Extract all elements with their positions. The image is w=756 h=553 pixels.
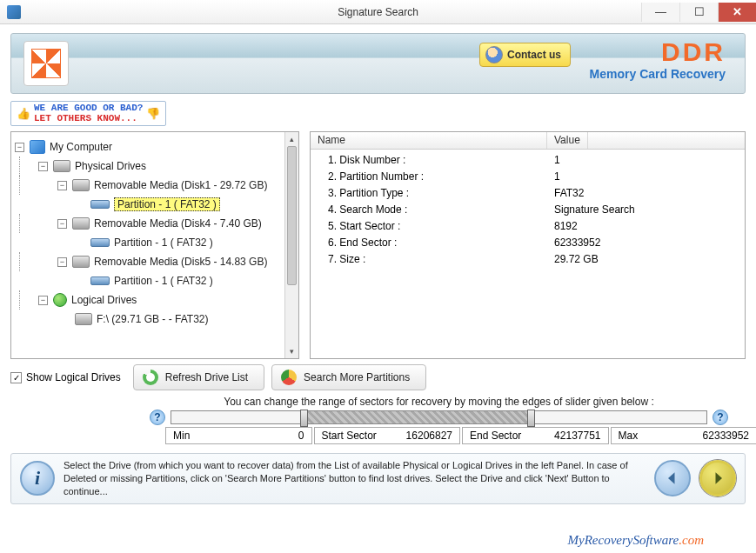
thumbs-up-icon: 👍 [17, 107, 30, 120]
partition-icon [90, 276, 110, 285]
back-button[interactable] [654, 460, 691, 496]
collapse-icon[interactable]: − [38, 296, 48, 305]
info-row: 5. Start Sector :8192 [311, 217, 745, 234]
drive-tree-panel: − My Computer − Physical Drives − Remova… [10, 131, 299, 359]
scroll-up-icon[interactable]: ▴ [285, 132, 298, 146]
tree-scrollbar[interactable]: ▴ ▾ [284, 132, 298, 358]
sector-end-box: End Sector 42137751 [462, 427, 609, 444]
info-row: 7. Size :29.72 GB [311, 250, 745, 267]
tree-node-physical-drives[interactable]: − Physical Drives [15, 157, 295, 176]
info-row: 3. Partition Type :FAT32 [311, 184, 745, 201]
arrow-left-icon [664, 470, 681, 487]
show-logical-label: Show Logical Drives [26, 371, 121, 383]
person-icon [485, 46, 503, 63]
scroll-thumb[interactable] [287, 146, 297, 285]
arrow-right-icon [709, 470, 726, 487]
tree-node-disk1[interactable]: − Removable Media (Disk1 - 29.72 GB) [15, 176, 295, 195]
info-row: 6. End Sector :62333952 [311, 234, 745, 250]
drive-info-panel: Name Value 1. Disk Number :1 2. Partitio… [310, 131, 746, 359]
instruction-text: Select the Drive (from which you want to… [64, 459, 646, 498]
slider-handle-start[interactable] [300, 410, 308, 427]
drive-icon [75, 313, 92, 325]
sector-range-slider[interactable] [171, 410, 707, 424]
show-logical-drives-checkbox[interactable]: ✓ Show Logical Drives [10, 371, 121, 383]
brand-block: DDR Memory Card Recovery [590, 39, 726, 81]
slider-hint-text: You can change the range of sectors for … [150, 396, 728, 408]
partition-icon [90, 200, 110, 209]
tree-node-logical-drives[interactable]: − Logical Drives [15, 290, 295, 310]
refresh-drive-list-button[interactable]: Refresh Drive List [133, 364, 264, 390]
pie-chart-icon [281, 370, 297, 385]
drive-icon [72, 217, 90, 230]
tree-node-my-computer[interactable]: − My Computer [15, 137, 295, 157]
logical-drive-icon [53, 293, 67, 307]
brand-subtitle: Memory Card Recovery [590, 67, 726, 81]
header-banner: Contact us DDR Memory Card Recovery [10, 33, 746, 94]
sector-min-box: Min 0 [165, 427, 312, 444]
column-header-value[interactable]: Value [547, 132, 588, 149]
scroll-down-icon[interactable]: ▾ [285, 344, 298, 358]
drive-icon [72, 179, 90, 191]
drive-icon [72, 256, 90, 268]
info-icon: i [20, 461, 55, 496]
titlebar: Signature Search — ☐ ✕ [0, 0, 756, 24]
slider-handle-end[interactable] [527, 410, 535, 427]
feedback-line1: WE ARE GOOD OR BAD? [34, 103, 143, 113]
info-row: 1. Disk Number :1 [311, 151, 745, 168]
tree-node-disk4-partition[interactable]: Partition - 1 ( FAT32 ) [15, 233, 295, 252]
search-more-partitions-button[interactable]: Search More Partitions [271, 364, 426, 390]
collapse-icon[interactable]: − [15, 143, 24, 152]
column-header-name[interactable]: Name [311, 132, 547, 149]
close-button[interactable]: ✕ [718, 3, 756, 22]
tree-node-f-drive[interactable]: F:\ (29.71 GB - - FAT32) [15, 310, 295, 329]
sector-start-box: Start Sector 16206827 [314, 427, 461, 444]
refresh-icon [143, 370, 158, 385]
footer-site-link[interactable]: MyRecoverySoftware.com [568, 533, 704, 548]
slider-fill [300, 411, 536, 423]
minimize-button[interactable]: — [641, 3, 679, 22]
info-row: 4. Search Mode :Signature Search [311, 201, 745, 217]
collapse-icon[interactable]: − [57, 219, 67, 229]
help-icon[interactable]: ? [150, 410, 165, 425]
maximize-button[interactable]: ☐ [679, 3, 718, 22]
help-icon[interactable]: ? [713, 410, 728, 425]
tree-node-disk5-partition[interactable]: Partition - 1 ( FAT32 ) [15, 271, 295, 290]
sector-max-box: Max 62333952 [611, 427, 757, 444]
collapse-icon[interactable]: − [57, 257, 67, 267]
drive-icon [53, 160, 70, 172]
computer-icon [30, 140, 45, 154]
contact-us-button[interactable]: Contact us [479, 43, 571, 67]
window-title: Signature Search [338, 6, 418, 18]
tree-node-disk1-partition[interactable]: Partition - 1 ( FAT32 ) [15, 195, 295, 214]
collapse-icon[interactable]: − [57, 181, 67, 190]
tree-node-disk5[interactable]: − Removable Media (Disk5 - 14.83 GB) [15, 252, 295, 271]
info-row: 2. Partition Number :1 [311, 168, 745, 184]
next-button[interactable] [699, 460, 736, 496]
thumbs-down-icon: 👎 [146, 107, 160, 120]
app-icon [7, 5, 21, 19]
contact-label: Contact us [507, 49, 561, 61]
checkbox-icon: ✓ [10, 372, 22, 383]
tree-node-disk4[interactable]: − Removable Media (Disk4 - 7.40 GB) [15, 214, 295, 233]
app-logo [23, 41, 69, 86]
feedback-line2: LET OTHERS KNOW... [34, 113, 137, 123]
brand-name: DDR [590, 39, 726, 65]
feedback-badge[interactable]: 👍 WE ARE GOOD OR BAD? LET OTHERS KNOW...… [10, 101, 166, 126]
collapse-icon[interactable]: − [38, 162, 48, 171]
partition-icon [90, 238, 110, 247]
